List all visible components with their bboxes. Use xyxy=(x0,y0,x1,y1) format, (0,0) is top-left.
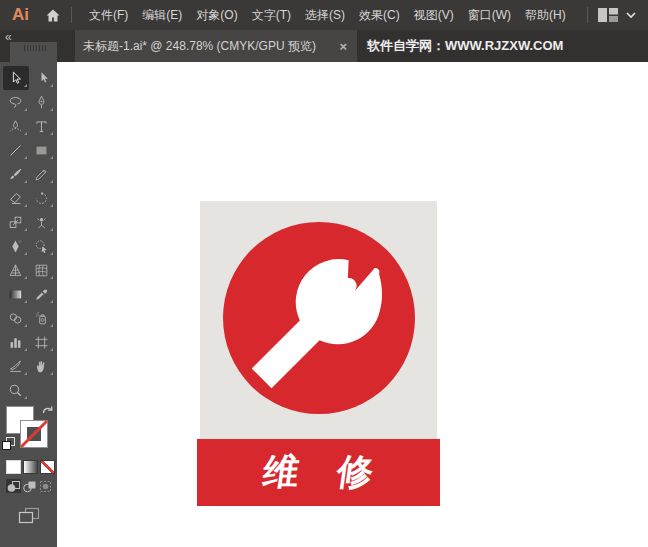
curvature-icon xyxy=(7,118,24,135)
none-button[interactable] xyxy=(40,460,55,474)
tool-lasso[interactable] xyxy=(3,90,29,114)
tool-curvature[interactable] xyxy=(3,114,29,138)
tool-type[interactable] xyxy=(29,114,55,138)
sign-red-band[interactable]: 维 修 xyxy=(197,439,440,506)
zoom-icon xyxy=(7,382,24,399)
home-icon[interactable] xyxy=(45,8,61,23)
fill-stroke-controls xyxy=(0,404,57,456)
tool-rotate[interactable] xyxy=(29,186,55,210)
tool-puppet-warp[interactable] xyxy=(29,210,55,234)
tool-eraser[interactable] xyxy=(3,186,29,210)
tool-panel xyxy=(0,62,57,547)
drawing-mode-buttons xyxy=(0,474,57,493)
tool-rectangle[interactable] xyxy=(29,138,55,162)
tool-gradient[interactable] xyxy=(3,282,29,306)
blend-icon xyxy=(7,310,24,327)
menu-item-object[interactable]: 对象(O) xyxy=(189,0,244,30)
type-icon xyxy=(33,118,50,135)
slice-icon xyxy=(7,358,24,375)
perspective-grid-icon xyxy=(7,262,24,279)
draw-inside-button[interactable] xyxy=(38,479,53,493)
tab-bar: « 未标题-1.ai* @ 248.78% (CMYK/GPU 预览) × 软件… xyxy=(0,30,648,62)
draw-normal-button[interactable] xyxy=(6,479,21,493)
sign-wrench-graphic[interactable] xyxy=(200,201,437,439)
appearance-buttons xyxy=(0,456,57,474)
menubar-divider xyxy=(71,7,72,23)
tool-eyedropper[interactable] xyxy=(29,282,55,306)
tool-selection[interactable] xyxy=(3,66,29,90)
color-button[interactable] xyxy=(6,460,21,474)
tool-column-graph[interactable] xyxy=(3,330,29,354)
menu-item-file[interactable]: 文件(F) xyxy=(82,0,135,30)
stroke-color-swatch[interactable] xyxy=(20,420,48,448)
sign-label: 维 修 xyxy=(246,448,391,497)
tool-mesh[interactable] xyxy=(29,258,55,282)
lasso-icon xyxy=(7,94,24,111)
shape-builder-icon xyxy=(7,238,24,255)
gradient-button[interactable] xyxy=(23,460,38,474)
menu-item-effect[interactable]: 效果(C) xyxy=(352,0,407,30)
toolbar-panel-header[interactable] xyxy=(10,42,57,62)
tool-pen[interactable] xyxy=(29,90,55,114)
menu-item-type[interactable]: 文字(T) xyxy=(245,0,298,30)
tool-artboard[interactable] xyxy=(29,330,55,354)
tool-zoom[interactable] xyxy=(3,378,29,402)
menu-item-select[interactable]: 选择(S) xyxy=(298,0,352,30)
menu-item-window[interactable]: 窗口(W) xyxy=(461,0,518,30)
illustrator-logo: Ai xyxy=(12,5,29,25)
selection-icon xyxy=(7,70,24,87)
tool-scale[interactable] xyxy=(3,210,29,234)
tool-paintbrush[interactable] xyxy=(3,162,29,186)
paintbrush-icon xyxy=(7,166,24,183)
eyedropper-icon xyxy=(33,286,50,303)
tool-live-paint-selection[interactable] xyxy=(29,234,55,258)
document-tab[interactable]: 未标题-1.ai* @ 248.78% (CMYK/GPU 预览) × xyxy=(75,30,357,62)
scale-icon xyxy=(7,214,24,231)
menu-item-edit[interactable]: 编辑(E) xyxy=(135,0,189,30)
tool-perspective-grid[interactable] xyxy=(3,258,29,282)
tool-symbol-sprayer[interactable] xyxy=(29,306,55,330)
default-fill-stroke-icon[interactable] xyxy=(2,437,16,451)
main-menu: 文件(F)编辑(E)对象(O)文字(T)选择(S)效果(C)视图(V)窗口(W)… xyxy=(82,0,573,30)
toolbar-grip[interactable] xyxy=(24,45,47,51)
workspace-switcher[interactable] xyxy=(598,8,636,22)
gradient-icon xyxy=(7,286,24,303)
eraser-icon xyxy=(7,190,24,207)
menubar-divider-right xyxy=(587,7,588,23)
tool-slice[interactable] xyxy=(3,354,29,378)
draw-behind-button[interactable] xyxy=(22,479,37,493)
artboard-icon xyxy=(33,334,50,351)
tool-direct-selection[interactable] xyxy=(29,66,55,90)
site-watermark-text: 软件自学网：WWW.RJZXW.COM xyxy=(367,30,563,62)
pencil-icon xyxy=(33,166,50,183)
document-tab-title: 未标题-1.ai* @ 248.78% (CMYK/GPU 预览) xyxy=(83,38,333,55)
tool-grid xyxy=(0,62,57,402)
tool-hand[interactable] xyxy=(29,354,55,378)
puppet-warp-icon xyxy=(33,214,50,231)
rotate-icon xyxy=(33,190,50,207)
tool-blend[interactable] xyxy=(3,306,29,330)
chevron-down-icon xyxy=(626,12,636,19)
document-canvas[interactable]: 维 修 xyxy=(57,62,648,547)
close-icon[interactable]: × xyxy=(339,39,347,54)
hand-icon xyxy=(33,358,50,375)
rectangle-icon xyxy=(33,142,50,159)
pen-icon xyxy=(33,94,50,111)
live-paint-selection-icon xyxy=(33,238,50,255)
symbol-sprayer-icon xyxy=(33,310,50,327)
tool-line-segment[interactable] xyxy=(3,138,29,162)
tool-pencil[interactable] xyxy=(29,162,55,186)
swap-fill-stroke-icon[interactable] xyxy=(41,404,54,416)
menu-item-view[interactable]: 视图(V) xyxy=(407,0,461,30)
workspace-layout-icon xyxy=(598,8,618,22)
column-graph-icon xyxy=(7,334,24,351)
line-segment-icon xyxy=(7,142,24,159)
direct-selection-icon xyxy=(33,70,50,87)
change-screen-mode-button[interactable] xyxy=(18,507,40,524)
tool-shape-builder[interactable] xyxy=(3,234,29,258)
menu-bar: Ai 文件(F)编辑(E)对象(O)文字(T)选择(S)效果(C)视图(V)窗口… xyxy=(0,0,648,30)
mesh-icon xyxy=(33,262,50,279)
menu-item-help[interactable]: 帮助(H) xyxy=(518,0,573,30)
